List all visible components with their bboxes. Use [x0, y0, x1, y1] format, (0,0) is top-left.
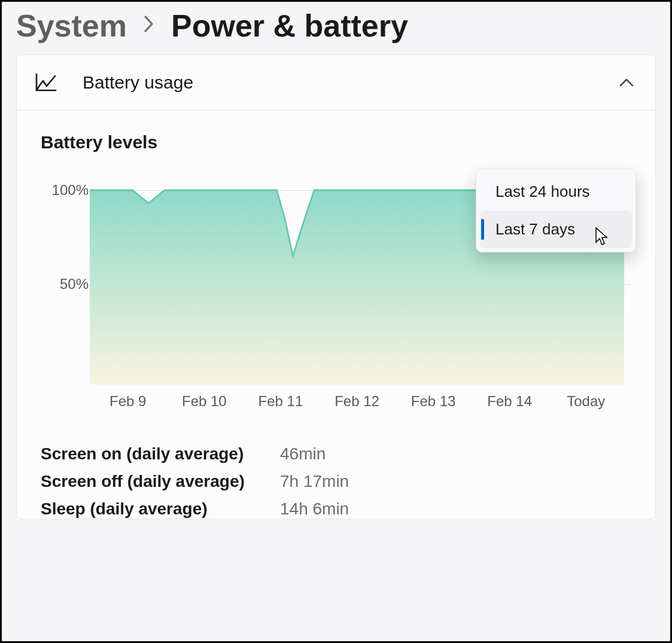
y-tick-50: 50%: [41, 276, 89, 292]
chevron-up-icon[interactable]: [617, 73, 636, 92]
stat-label: Screen off (daily average): [41, 472, 280, 491]
stat-value: 7h 17min: [280, 472, 631, 491]
stat-label: Screen on (daily average): [41, 444, 280, 464]
page-title: Power & battery: [171, 8, 408, 44]
x-tick: Today: [548, 393, 624, 420]
usage-stats: Screen on (daily average)46minScreen off…: [41, 444, 631, 519]
breadcrumb-parent[interactable]: System: [16, 8, 127, 44]
card-header[interactable]: Battery usage: [17, 55, 655, 111]
stat-value: 14h 6min: [280, 499, 631, 519]
chevron-right-icon: [144, 14, 154, 38]
card-title: Battery usage: [83, 72, 193, 93]
time-range-dropdown: Last 24 hours Last 7 days: [476, 169, 636, 252]
cursor-icon: [595, 227, 609, 246]
stat-value: 46min: [280, 444, 631, 464]
line-chart-icon: [34, 71, 57, 95]
x-tick: Feb 14: [472, 393, 548, 420]
section-title: Battery levels: [17, 111, 655, 153]
x-tick: Feb 9: [90, 393, 166, 420]
x-tick: Feb 11: [242, 393, 319, 420]
dropdown-option-last-24-hours[interactable]: Last 24 hours: [480, 173, 632, 211]
x-tick: Feb 12: [319, 393, 396, 420]
breadcrumb: System Power & battery: [2, 2, 670, 54]
x-tick: Feb 13: [395, 393, 472, 420]
battery-usage-card: Battery usage Battery levels Last 24 hou…: [16, 54, 656, 519]
stat-label: Sleep (daily average): [41, 499, 280, 519]
x-tick: Feb 10: [166, 393, 243, 420]
x-axis-labels: Feb 9Feb 10Feb 11Feb 12Feb 13Feb 14Today: [90, 393, 624, 420]
y-tick-100: 100%: [41, 182, 89, 199]
